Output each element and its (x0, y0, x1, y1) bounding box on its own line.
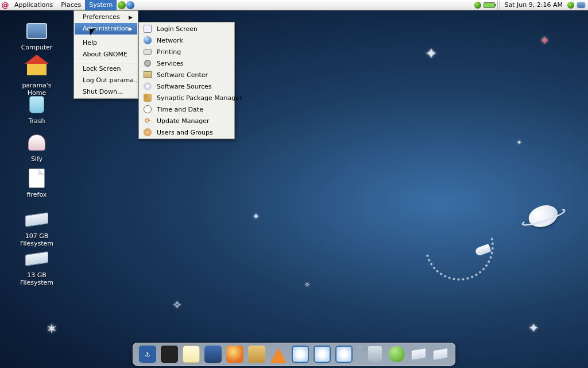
chevron-right-icon: ▶ (129, 23, 133, 34)
computer-icon (24, 20, 49, 43)
panel-divider (497, 1, 500, 10)
dock-item-update[interactable] (388, 346, 405, 363)
dock-item-firefox[interactable] (226, 346, 243, 363)
desktop-icon-computer[interactable]: Computer (13, 20, 61, 51)
menu-label: Preferences (83, 12, 120, 23)
dock-item-terminal[interactable] (161, 346, 178, 363)
home-icon (24, 57, 49, 80)
submenu-users-and-groups[interactable]: Users and Groups (140, 126, 234, 138)
menu-label: About GNOME (83, 49, 127, 60)
desktop-icon-label: 107 GB Filesystem (13, 232, 61, 247)
menu-lock-screen[interactable]: Lock Screen (75, 63, 137, 75)
dock-separator (357, 346, 362, 362)
submenu-label: Synaptic Package Manager (157, 94, 242, 102)
desktop-icon-fs-13gb[interactable]: 13 GB Filesystem (13, 247, 61, 286)
synaptic-icon (143, 93, 152, 102)
battery-status-icon[interactable] (483, 2, 495, 8)
submenu-update-manager[interactable]: ⟳Update Manager (140, 115, 234, 126)
system-menu-popup: Preferences ▶ Administration ▶ Help Abou… (74, 10, 138, 99)
cursor-icon: ◤ (89, 26, 96, 36)
dock-item-workspace-a[interactable] (410, 346, 427, 363)
desktop-icon-label: Sify (13, 155, 61, 163)
panel-launcher-icons (118, 1, 134, 9)
update-icon: ⟳ (143, 116, 152, 125)
dock-item-vlc[interactable] (270, 346, 287, 363)
menu-places[interactable]: Places (57, 0, 85, 10)
desktop-icon-sify[interactable]: Sify (13, 131, 61, 163)
drive-icon (24, 247, 49, 270)
submenu-label: Users and Groups (157, 129, 213, 136)
dock-item-workspace-b[interactable] (432, 346, 449, 363)
mail-launcher-icon[interactable] (126, 1, 134, 9)
dock-item-trash[interactable] (366, 346, 384, 363)
menu-preferences[interactable]: Preferences ▶ (75, 12, 137, 23)
desktop-icon-firefox[interactable]: firefox (13, 167, 61, 198)
menu-separator (75, 62, 137, 62)
wallpaper-swirl (412, 199, 506, 293)
software-sources-icon (143, 82, 152, 91)
submenu-label: Time and Date (157, 106, 203, 113)
chevron-right-icon: ▶ (129, 12, 133, 23)
desktop-icon-fs-107gb[interactable]: 107 GB Filesystem (13, 208, 61, 247)
users-icon (143, 128, 152, 137)
submenu-time-and-date[interactable]: Time and Date (140, 103, 234, 115)
menu-label: Log Out parama... (83, 75, 140, 86)
firefox-file-icon (24, 167, 49, 190)
desktop-icon-label: Trash (13, 117, 61, 125)
clock-icon (143, 105, 152, 114)
menu-administration[interactable]: Administration ▶ (75, 23, 137, 34)
menu-system[interactable]: System (85, 0, 117, 10)
submenu-services[interactable]: Services (140, 57, 234, 69)
submenu-network[interactable]: Network (140, 34, 234, 46)
menu-log-out[interactable]: Log Out parama... (75, 75, 137, 86)
submenu-label: Software Sources (157, 83, 212, 90)
dock-item-openoffice-a[interactable] (292, 346, 309, 363)
dock: ⚓ (133, 343, 455, 366)
dock-item-gnome[interactable] (204, 346, 222, 363)
desktop-icon-label: Computer (13, 44, 61, 51)
submenu-synaptic[interactable]: Synaptic Package Manager (140, 92, 234, 103)
menu-about-gnome[interactable]: About GNOME (75, 49, 137, 60)
trash-icon (24, 93, 49, 116)
menu-help[interactable]: Help (75, 37, 137, 49)
shutdown-panel-icon[interactable] (577, 2, 586, 9)
desktop-icon-home[interactable]: parama's Home (13, 57, 61, 97)
desktop-icon-trash[interactable]: Trash (13, 93, 61, 125)
menu-label: Help (83, 37, 97, 49)
volume-icon[interactable] (567, 2, 574, 9)
submenu-software-sources[interactable]: Software Sources (140, 80, 234, 92)
login-screen-icon (143, 24, 152, 33)
menu-label: Lock Screen (83, 63, 121, 75)
dock-item-download[interactable] (248, 346, 265, 363)
printer-icon (143, 47, 152, 56)
panel-clock[interactable]: Sat Jun 9, 2:16 AM (502, 0, 565, 10)
submenu-software-center[interactable]: Software Center (140, 69, 234, 80)
menu-label: Shut Down... (83, 86, 123, 98)
sify-icon (24, 131, 49, 154)
dock-item-anchor[interactable]: ⚓ (139, 346, 156, 363)
top-panel: @ Applications Places System Sat Jun 9, … (0, 0, 588, 10)
browser-launcher-icon[interactable] (118, 1, 126, 9)
network-icon (143, 36, 152, 45)
submenu-login-screen[interactable]: Login Screen (140, 23, 234, 34)
submenu-label: Software Center (157, 71, 208, 79)
software-center-icon (143, 70, 152, 79)
desktop-icon-label: 13 GB Filesystem (13, 271, 61, 286)
debian-logo-icon: @ (0, 0, 10, 10)
dock-item-notes[interactable] (183, 346, 200, 363)
menu-applications[interactable]: Applications (10, 0, 57, 10)
menu-separator (75, 36, 137, 36)
submenu-label: Update Manager (157, 117, 210, 125)
submenu-printing[interactable]: Printing (140, 46, 234, 57)
network-status-icon[interactable] (474, 2, 481, 9)
wallpaper-planet (526, 202, 561, 231)
administration-submenu: Login Screen Network Printing Services S… (138, 22, 235, 139)
menu-shut-down[interactable]: Shut Down... (75, 86, 137, 98)
dock-item-openoffice-b[interactable] (314, 346, 331, 363)
submenu-label: Printing (157, 48, 181, 56)
drive-icon (24, 208, 49, 231)
desktop-icon-label: firefox (13, 191, 61, 198)
submenu-label: Login Screen (157, 25, 198, 33)
dock-item-openoffice-c[interactable] (335, 346, 353, 363)
submenu-label: Network (157, 37, 183, 44)
